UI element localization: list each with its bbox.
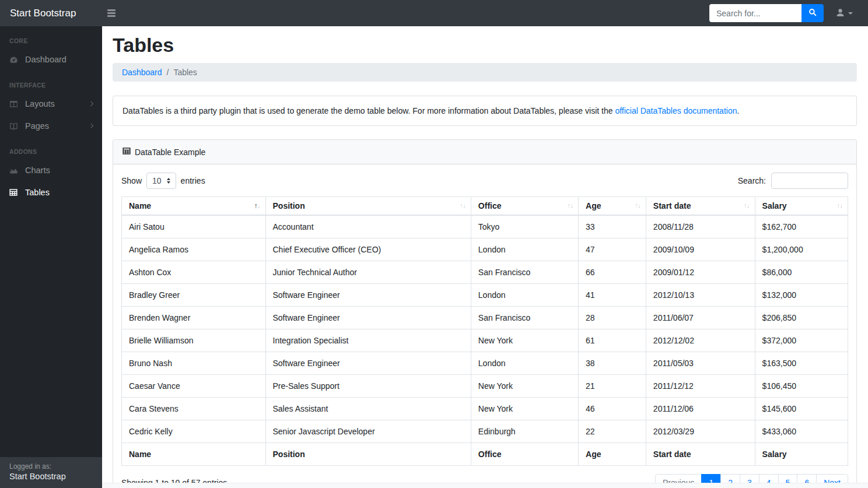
footer-header-age: Age (579, 443, 646, 466)
sidebar-toggle-button[interactable] (104, 6, 119, 20)
table-cell: $132,000 (755, 284, 848, 307)
table-cell: Software Engineer (265, 352, 471, 375)
page-length-value: 10 (152, 176, 162, 185)
table-cell: London (471, 352, 578, 375)
table-cell: 2011/05/03 (646, 352, 755, 375)
column-header-office[interactable]: Office↑↓ (471, 197, 578, 216)
sidebar-item-label: Charts (25, 166, 50, 175)
footer-header-office: Office (471, 443, 578, 466)
navbar-search (709, 4, 824, 22)
user-icon (835, 8, 845, 19)
table-cell: $1,200,000 (755, 238, 848, 261)
user-dropdown[interactable] (835, 8, 853, 19)
brand[interactable]: Start Bootstrap (0, 8, 102, 19)
chevron-down-icon (848, 12, 853, 15)
table-header: Name↑↓ Position↑↓ Office↑↓ Age↑↓ Start d… (122, 197, 848, 216)
table-cell: 61 (579, 329, 646, 352)
table-cell: Angelica Ramos (122, 238, 266, 261)
table-cell: New York (471, 398, 578, 420)
table-cell: $163,500 (755, 352, 848, 375)
sidebar-item-label: Layouts (25, 99, 55, 108)
table-row: Brielle WilliamsonIntegration Specialist… (122, 329, 848, 352)
table-cell: 46 (579, 398, 646, 420)
breadcrumb: Dashboard / Tables (113, 63, 857, 82)
data-table: Name↑↓ Position↑↓ Office↑↓ Age↑↓ Start d… (121, 196, 848, 466)
table-row: Cara StevensSales AssistantNew York46201… (122, 398, 848, 420)
table-cell: 22 (579, 420, 646, 443)
intro-card: DataTables is a third party plugin that … (113, 96, 857, 126)
chevron-right-icon (89, 124, 93, 128)
columns-icon (9, 100, 20, 108)
intro-text: DataTables is a third party plugin that … (123, 106, 615, 115)
table-cell: Junior Technical Author (265, 261, 471, 284)
table-cell: 38 (579, 352, 646, 375)
page-length-select[interactable]: 10 (146, 173, 176, 189)
sidebar-item-tables[interactable]: Tables (0, 181, 102, 203)
table-cell: Senior Javascript Developer (265, 420, 471, 443)
navbar-search-input[interactable] (709, 4, 802, 22)
logged-in-as-label: Logged in as: (9, 462, 93, 471)
table-cell: New York (471, 329, 578, 352)
entries-label: entries (181, 176, 205, 185)
table-cell: Brenden Wagner (122, 307, 266, 329)
datatables-doc-link[interactable]: official DataTables documentation (615, 106, 737, 115)
bars-icon (107, 9, 116, 11)
page-footer (102, 483, 868, 488)
table-cell: London (471, 238, 578, 261)
table-cell: 2012/03/29 (646, 420, 755, 443)
sort-icon: ↑↓ (567, 202, 573, 210)
table-cell: Tokyo (471, 215, 578, 238)
column-header-position[interactable]: Position↑↓ (265, 197, 471, 216)
table-cell: 2012/10/13 (646, 284, 755, 307)
table-cell: Sales Assistant (265, 398, 471, 420)
book-open-icon (9, 122, 20, 131)
navbar-search-button[interactable] (802, 4, 824, 22)
sort-icon: ↑↓ (744, 202, 750, 210)
table-row: Caesar VancePre-Sales SupportNew York212… (122, 375, 848, 398)
table-footer: Name Position Office Age Start date Sala… (122, 443, 848, 466)
breadcrumb-link-dashboard[interactable]: Dashboard (122, 68, 162, 77)
table-cell: 47 (579, 238, 646, 261)
table-cell: 2009/01/12 (646, 261, 755, 284)
sidebar-item-charts[interactable]: Charts (0, 159, 102, 181)
column-header-start-date[interactable]: Start date↑↓ (646, 197, 755, 216)
table-cell: 2011/12/06 (646, 398, 755, 420)
table-search-input[interactable] (771, 173, 848, 189)
column-header-age[interactable]: Age↑↓ (579, 197, 646, 216)
sidebar-item-label: Dashboard (25, 55, 66, 64)
table-cell: Software Engineer (265, 307, 471, 329)
sort-icon: ↑↓ (460, 202, 466, 210)
table-row: Bradley GreerSoftware EngineerLondon4120… (122, 284, 848, 307)
breadcrumb-separator: / (167, 68, 169, 77)
table-cell: 21 (579, 375, 646, 398)
table-cell: Caesar Vance (122, 375, 266, 398)
sidebar-item-dashboard[interactable]: Dashboard (0, 48, 102, 71)
main-content: Tables Dashboard / Tables DataTables is … (102, 26, 868, 488)
table-cell: Cedric Kelly (122, 420, 266, 443)
show-label: Show (121, 176, 142, 185)
table-cell: 2011/06/07 (646, 307, 755, 329)
sidebar-item-layouts[interactable]: Layouts (0, 93, 102, 115)
table-body: Airi SatouAccountantTokyo332008/11/28$16… (122, 215, 848, 443)
datatable-card-header: DataTable Example (113, 140, 856, 164)
sidebar-item-pages[interactable]: Pages (0, 115, 102, 137)
table-row: Ashton CoxJunior Technical AuthorSan Fra… (122, 261, 848, 284)
table-cell: Chief Executive Officer (CEO) (265, 238, 471, 261)
tachometer-icon (9, 55, 20, 64)
table-cell: Software Engineer (265, 284, 471, 307)
footer-header-start-date: Start date (646, 443, 755, 466)
table-row: Bruno NashSoftware EngineerLondon382011/… (122, 352, 848, 375)
column-header-salary[interactable]: Salary↑↓ (755, 197, 848, 216)
sidebar-heading-addons: ADDONS (0, 137, 102, 159)
table-cell: New York (471, 375, 578, 398)
chart-area-icon (9, 166, 20, 175)
table-cell: San Francisco (471, 307, 578, 329)
table-icon (123, 147, 131, 157)
footer-header-salary: Salary (755, 443, 848, 466)
search-label: Search: (738, 176, 766, 185)
sort-icon: ↑↓ (836, 202, 842, 210)
table-row: Airi SatouAccountantTokyo332008/11/28$16… (122, 215, 848, 238)
table-cell: Pre-Sales Support (265, 375, 471, 398)
column-header-name[interactable]: Name↑↓ (122, 197, 266, 216)
table-cell: 2012/12/02 (646, 329, 755, 352)
